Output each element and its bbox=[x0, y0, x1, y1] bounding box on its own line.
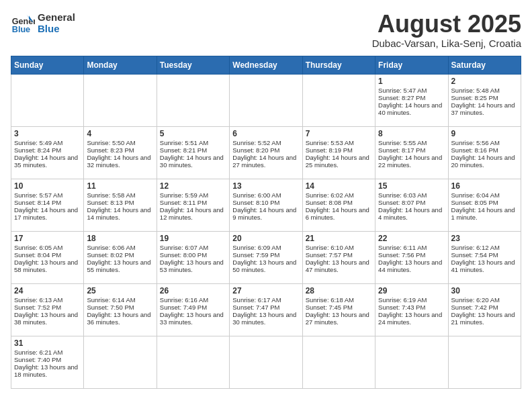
day-number: 8 bbox=[378, 129, 445, 138]
weekday-header-friday: Friday bbox=[375, 56, 448, 74]
day-info: Sunset: 7:50 PM bbox=[87, 304, 153, 311]
day-info: Sunset: 8:19 PM bbox=[306, 146, 372, 154]
calendar-cell bbox=[302, 74, 375, 126]
calendar-cell bbox=[230, 74, 302, 126]
day-number: 28 bbox=[306, 286, 372, 295]
calendar-cell: 29Sunrise: 6:19 AMSunset: 7:43 PMDayligh… bbox=[375, 283, 448, 336]
day-info: Daylight: 13 hours and 44 minutes. bbox=[378, 259, 445, 273]
calendar-cell: 2Sunrise: 5:48 AMSunset: 8:25 PMDaylight… bbox=[448, 74, 521, 126]
calendar-cell: 23Sunrise: 6:12 AMSunset: 7:54 PMDayligh… bbox=[448, 231, 521, 283]
day-info: Sunrise: 6:17 AM bbox=[232, 296, 299, 304]
day-info: Sunrise: 5:50 AM bbox=[87, 139, 153, 146]
day-info: Sunset: 7:52 PM bbox=[14, 304, 81, 311]
day-info: Sunrise: 6:09 AM bbox=[232, 244, 299, 251]
day-info: Sunrise: 6:20 AM bbox=[451, 296, 518, 304]
day-info: Sunrise: 5:56 AM bbox=[451, 139, 518, 146]
day-number: 20 bbox=[232, 234, 299, 243]
calendar-table: SundayMondayTuesdayWednesdayThursdayFrid… bbox=[11, 56, 521, 389]
calendar-week-4: 17Sunrise: 6:05 AMSunset: 8:04 PMDayligh… bbox=[11, 231, 521, 283]
day-info: Sunrise: 5:53 AM bbox=[306, 139, 372, 146]
day-info: Sunrise: 6:06 AM bbox=[87, 244, 153, 251]
day-number: 31 bbox=[14, 338, 81, 348]
day-info: Daylight: 13 hours and 50 minutes. bbox=[232, 259, 299, 273]
day-info: Sunset: 7:54 PM bbox=[451, 251, 518, 259]
calendar-cell: 3Sunrise: 5:49 AMSunset: 8:24 PMDaylight… bbox=[11, 126, 84, 179]
day-info: Sunrise: 5:52 AM bbox=[232, 139, 299, 146]
calendar-cell: 16Sunrise: 6:04 AMSunset: 8:05 PMDayligh… bbox=[448, 179, 521, 231]
day-info: Sunset: 7:43 PM bbox=[378, 304, 445, 311]
day-info: Sunrise: 5:59 AM bbox=[160, 191, 226, 199]
day-info: Sunrise: 5:47 AM bbox=[378, 87, 445, 94]
calendar-week-1: 1Sunrise: 5:47 AMSunset: 8:27 PMDaylight… bbox=[11, 74, 521, 126]
day-number: 23 bbox=[451, 234, 518, 243]
day-info: Sunset: 8:00 PM bbox=[160, 251, 226, 259]
day-info: Daylight: 14 hours and 30 minutes. bbox=[160, 154, 226, 169]
day-info: Sunset: 8:10 PM bbox=[232, 199, 299, 206]
day-number: 2 bbox=[451, 77, 518, 86]
weekday-header-wednesday: Wednesday bbox=[230, 56, 302, 74]
day-info: Daylight: 14 hours and 14 minutes. bbox=[87, 206, 153, 221]
calendar-cell: 11Sunrise: 5:58 AMSunset: 8:13 PMDayligh… bbox=[84, 179, 157, 231]
calendar-cell: 13Sunrise: 6:00 AMSunset: 8:10 PMDayligh… bbox=[230, 179, 302, 231]
calendar-subtitle: Dubac-Varsan, Lika-Senj, Croatia bbox=[372, 38, 521, 49]
day-info: Sunset: 7:56 PM bbox=[378, 251, 445, 259]
day-info: Daylight: 13 hours and 33 minutes. bbox=[160, 311, 226, 326]
calendar-cell: 31Sunrise: 6:21 AMSunset: 7:40 PMDayligh… bbox=[11, 336, 84, 388]
calendar-header: SundayMondayTuesdayWednesdayThursdayFrid… bbox=[11, 56, 521, 74]
day-info: Daylight: 14 hours and 37 minutes. bbox=[451, 101, 518, 116]
day-number: 13 bbox=[232, 181, 299, 191]
day-info: Daylight: 14 hours and 20 minutes. bbox=[451, 154, 518, 169]
weekday-header-saturday: Saturday bbox=[448, 56, 521, 74]
day-info: Sunrise: 6:10 AM bbox=[306, 244, 372, 251]
calendar-cell bbox=[375, 336, 448, 388]
day-info: Sunrise: 5:57 AM bbox=[14, 191, 81, 199]
day-number: 27 bbox=[232, 286, 299, 295]
calendar-week-5: 24Sunrise: 6:13 AMSunset: 7:52 PMDayligh… bbox=[11, 283, 521, 336]
day-info: Sunset: 7:57 PM bbox=[306, 251, 372, 259]
day-info: Sunset: 7:59 PM bbox=[232, 251, 299, 259]
weekday-header-tuesday: Tuesday bbox=[157, 56, 229, 74]
day-info: Sunrise: 6:14 AM bbox=[87, 296, 153, 304]
calendar-title: August 2025 bbox=[372, 11, 521, 38]
day-number: 21 bbox=[306, 234, 372, 243]
day-info: Daylight: 14 hours and 40 minutes. bbox=[378, 101, 445, 116]
day-info: Daylight: 14 hours and 35 minutes. bbox=[14, 154, 81, 169]
day-info: Sunset: 7:45 PM bbox=[306, 304, 372, 311]
day-number: 6 bbox=[232, 129, 299, 138]
day-number: 24 bbox=[14, 286, 81, 295]
day-number: 10 bbox=[14, 181, 81, 191]
calendar-week-6: 31Sunrise: 6:21 AMSunset: 7:40 PMDayligh… bbox=[11, 336, 521, 388]
generalblue-logo-icon: General Blue bbox=[11, 11, 35, 35]
day-number: 7 bbox=[306, 129, 372, 138]
day-info: Sunset: 8:21 PM bbox=[160, 146, 226, 154]
day-info: Daylight: 13 hours and 18 minutes. bbox=[14, 363, 81, 378]
calendar-cell bbox=[84, 336, 157, 388]
day-info: Sunset: 7:47 PM bbox=[232, 304, 299, 311]
calendar-cell: 6Sunrise: 5:52 AMSunset: 8:20 PMDaylight… bbox=[230, 126, 302, 179]
day-number: 16 bbox=[451, 181, 518, 191]
day-info: Sunset: 8:04 PM bbox=[14, 251, 81, 259]
day-info: Sunset: 8:02 PM bbox=[87, 251, 153, 259]
day-number: 19 bbox=[160, 234, 226, 243]
calendar-cell bbox=[302, 336, 375, 388]
day-info: Daylight: 14 hours and 27 minutes. bbox=[232, 154, 299, 169]
svg-text:Blue: Blue bbox=[12, 25, 30, 34]
calendar-cell: 14Sunrise: 6:02 AMSunset: 8:08 PMDayligh… bbox=[302, 179, 375, 231]
calendar-cell: 17Sunrise: 6:05 AMSunset: 8:04 PMDayligh… bbox=[11, 231, 84, 283]
weekday-header-sunday: Sunday bbox=[11, 56, 84, 74]
day-number: 25 bbox=[87, 286, 153, 295]
weekday-header-row: SundayMondayTuesdayWednesdayThursdayFrid… bbox=[11, 56, 521, 74]
calendar-cell: 4Sunrise: 5:50 AMSunset: 8:23 PMDaylight… bbox=[84, 126, 157, 179]
day-info: Sunrise: 5:51 AM bbox=[160, 139, 226, 146]
day-number: 18 bbox=[87, 234, 153, 243]
day-info: Sunrise: 6:04 AM bbox=[451, 191, 518, 199]
day-number: 14 bbox=[306, 181, 372, 191]
calendar-cell: 22Sunrise: 6:11 AMSunset: 7:56 PMDayligh… bbox=[375, 231, 448, 283]
calendar-cell: 1Sunrise: 5:47 AMSunset: 8:27 PMDaylight… bbox=[375, 74, 448, 126]
calendar-cell: 30Sunrise: 6:20 AMSunset: 7:42 PMDayligh… bbox=[448, 283, 521, 336]
calendar-cell: 27Sunrise: 6:17 AMSunset: 7:47 PMDayligh… bbox=[230, 283, 302, 336]
day-info: Daylight: 14 hours and 12 minutes. bbox=[160, 206, 226, 221]
day-info: Sunset: 8:20 PM bbox=[232, 146, 299, 154]
day-info: Daylight: 13 hours and 27 minutes. bbox=[306, 311, 372, 326]
calendar-cell: 26Sunrise: 6:16 AMSunset: 7:49 PMDayligh… bbox=[157, 283, 229, 336]
